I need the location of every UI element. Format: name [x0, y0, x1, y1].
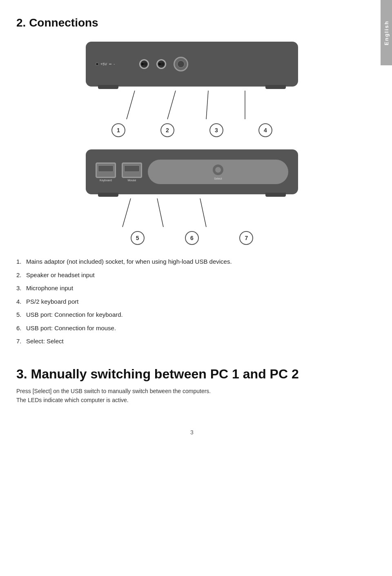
list-text: Select: Select — [26, 337, 64, 346]
section2-title: 2. Connections — [16, 16, 368, 29]
list-num: 7. — [16, 337, 26, 346]
list-text: Speaker or headset input — [26, 271, 95, 280]
foot-right-bottom — [265, 193, 286, 197]
select-button-inner — [215, 167, 221, 173]
usb-mouse-connector — [122, 162, 142, 178]
port3-audio-jack — [156, 59, 166, 69]
list-text: USB port: Connection for mouse. — [26, 324, 116, 333]
top-device-box: +5V - — [86, 42, 298, 87]
page-number: 3 — [16, 429, 368, 436]
list-num: 6. — [16, 324, 26, 333]
connections-list: 1.Mains adaptor (not included) socket, f… — [16, 257, 368, 346]
foot-left-top — [98, 85, 118, 89]
sidebar-english: English — [381, 0, 392, 65]
connector-lines-top — [86, 91, 298, 123]
power-minus: - — [114, 62, 115, 66]
foot-right-top — [265, 85, 286, 89]
list-num: 1. — [16, 257, 26, 267]
list-item: 7.Select: Select — [16, 337, 368, 346]
port3-mic — [156, 59, 166, 69]
svg-line-0 — [127, 91, 135, 119]
num-circle-2: 2 — [160, 123, 174, 137]
usb-mouse-port: Mouse — [122, 162, 142, 182]
list-num: 4. — [16, 297, 26, 307]
list-item: 2.Speaker or headset input — [16, 271, 368, 280]
select-button — [212, 164, 224, 176]
svg-line-1 — [167, 91, 176, 119]
list-text: Mains adaptor (not included) socket, for… — [26, 257, 232, 267]
svg-line-4 — [122, 198, 131, 227]
port-group-top — [139, 57, 188, 71]
port4-ps2 — [174, 57, 188, 71]
sidebar-english-text: English — [383, 20, 390, 45]
front-oval: Select — [148, 160, 288, 184]
port4-ps2-inner — [177, 60, 185, 68]
port2-speaker — [139, 59, 149, 69]
svg-line-6 — [200, 198, 206, 227]
section3-body-line1: Press [Select] on the USB switch to manu… — [16, 387, 368, 396]
usb-keyboard-port: Keyboard — [96, 162, 116, 182]
bottom-device-box: Keyboard Mouse Select — [86, 149, 298, 194]
power-connector-area: +5V - — [96, 62, 115, 66]
port2-audio-jack — [139, 59, 149, 69]
front-panel-contents: Keyboard Mouse Select — [96, 160, 288, 184]
top-device-diagram: +5V - — [86, 42, 298, 137]
section3: 3. Manually switching between PC 1 and P… — [16, 367, 368, 405]
num-circle-5: 5 — [131, 231, 145, 245]
list-item: 1.Mains adaptor (not included) socket, f… — [16, 257, 368, 267]
list-text: USB port: Connection for keyboard. — [26, 310, 123, 320]
section3-body-line2: The LEDs indicate which computer is acti… — [16, 396, 368, 405]
select-button-group: Select — [212, 164, 224, 180]
usb-keyboard-inner — [98, 165, 114, 172]
list-text: PS/2 keyboard port — [26, 297, 78, 307]
section3-title: 3. Manually switching between PC 1 and P… — [16, 367, 368, 382]
num-circle-3: 3 — [209, 123, 223, 137]
list-item: 6.USB port: Connection for mouse. — [16, 324, 368, 333]
usb-mouse-inner — [124, 165, 140, 172]
bottom-device-diagram: Keyboard Mouse Select — [86, 149, 298, 245]
list-num: 2. — [16, 271, 26, 280]
num-circle-7: 7 — [239, 231, 253, 245]
power-text: +5V — [100, 62, 107, 66]
mouse-label: Mouse — [127, 179, 136, 182]
list-num: 3. — [16, 284, 26, 293]
connector-lines-bottom — [86, 198, 298, 231]
svg-line-2 — [206, 91, 208, 119]
keyboard-label: Keyboard — [100, 179, 112, 182]
list-item: 5.USB port: Connection for keyboard. — [16, 310, 368, 320]
list-item: 4.PS/2 keyboard port — [16, 297, 368, 307]
num-circle-6: 6 — [185, 231, 199, 245]
power-dot — [96, 62, 99, 66]
list-text: Microphone input — [26, 284, 73, 293]
list-num: 5. — [16, 310, 26, 320]
numbers-row-bottom: 5 6 7 — [110, 231, 274, 245]
usb-keyboard-connector — [96, 162, 116, 178]
port4-ps2-connector — [174, 57, 188, 71]
list-item: 3.Microphone input — [16, 284, 368, 293]
num-circle-1: 1 — [111, 123, 125, 137]
select-label: Select — [214, 177, 222, 180]
numbers-row-top: 1 2 3 4 — [86, 123, 298, 137]
svg-line-5 — [157, 198, 163, 227]
num-circle-4: 4 — [258, 123, 272, 137]
foot-left-bottom — [98, 193, 118, 197]
